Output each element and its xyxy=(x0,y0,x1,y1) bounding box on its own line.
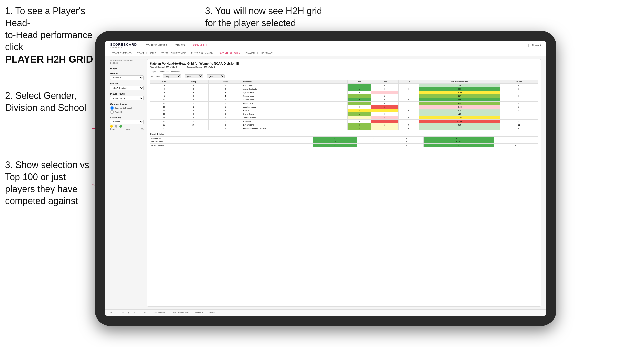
sub-nav-team-summary[interactable]: TEAM SUMMARY xyxy=(110,50,134,56)
toolbar-dot: · xyxy=(138,311,141,314)
cell-name: Sydney Kuo xyxy=(242,91,347,94)
nav-right: | Sign out xyxy=(528,44,541,47)
opponents-filter-row: Opponents: (All) (All) (All) xyxy=(150,74,538,78)
gender-select[interactable]: Women's Men's xyxy=(110,75,144,80)
col-diff: Diff Av Strokes/Rnd xyxy=(419,80,500,84)
colour-by-select[interactable]: Win/loss xyxy=(110,120,144,124)
opponents-played-radio[interactable] xyxy=(110,106,114,110)
cell-rounds: 4 xyxy=(500,84,538,87)
table-row: 6 3 3 Sydney Kuo 0 1 -1.00 xyxy=(150,91,538,94)
sign-out-link[interactable]: Sign out xyxy=(531,44,541,47)
nav-committee[interactable]: COMMITTEE xyxy=(192,43,211,48)
toolbar-timer[interactable]: ⏱ xyxy=(143,311,147,314)
opponent-select[interactable]: (All) xyxy=(207,74,225,78)
sub-nav-player-heatmap[interactable]: PLAYER H2H HEATMAP xyxy=(243,50,275,56)
nav-teams[interactable]: TEAMS xyxy=(174,43,186,48)
out-cell-name: Foreign Team xyxy=(150,137,313,140)
cell-tie xyxy=(399,105,419,109)
out-table-row: NCAA Division 2 5 0 0 7.400 10 xyxy=(150,144,538,147)
out-cell-loss: 0 xyxy=(357,140,390,144)
toolbar-view-original[interactable]: View: Original xyxy=(152,311,166,314)
logo-text: SCOREBOARD xyxy=(110,43,137,46)
opponents-select[interactable]: (All) xyxy=(163,74,181,78)
sub-nav-team-h2h-grid[interactable]: TEAM H2H GRID xyxy=(135,50,158,56)
cell-conf: 3 xyxy=(209,116,242,120)
toolbar-redo[interactable]: ↩ xyxy=(121,311,125,314)
player-rank-section: Player (Rank) 8. Katelyn Vo xyxy=(110,93,144,100)
cell-win: 0 xyxy=(347,105,371,109)
cell-rounds: 11 xyxy=(500,123,538,127)
cell-div: 9 xyxy=(150,94,178,98)
toolbar-divider-4 xyxy=(206,311,206,314)
col-reg: # Reg xyxy=(178,80,209,84)
logo-sub: Powered by clippd xyxy=(110,46,137,48)
division-select[interactable]: NCAA Division III NCAA Division I NCAA D… xyxy=(110,86,144,90)
logo-area: SCOREBOARD Powered by clippd xyxy=(110,43,137,48)
nav-bar: SCOREBOARD Powered by clippd TOURNAMENTS… xyxy=(105,41,546,50)
toolbar-save-custom[interactable]: Save Custom View xyxy=(170,311,190,314)
filter-row: Region Conference Opponent xyxy=(150,71,538,73)
cell-tie: 0 xyxy=(399,116,419,120)
cell-name: Esther Lee xyxy=(242,84,347,87)
table-row: 10 6 3 Andrea York 2 0 0 4.00 4 xyxy=(150,98,538,102)
overall-record: Overall Record: 353 - 34 - 6 xyxy=(150,66,177,69)
annotation-3-bottom: 3. Show selection vs Top 100 or just pla… xyxy=(5,159,92,207)
colour-by-label: Colour by xyxy=(110,116,144,119)
sub-nav-player-h2h-grid[interactable]: PLAYER H2H GRID xyxy=(216,50,242,56)
cell-div: 19 xyxy=(150,123,178,127)
cell-diff: 1.33 xyxy=(419,127,500,130)
annotation-2: 2. Select Gender, Division and School xyxy=(5,90,87,114)
cell-diff: 0.38 xyxy=(419,109,500,112)
cell-loss: 0 xyxy=(371,112,398,116)
toolbar: ↩ ↪ ↩ ⊞ ↺ · ⏱ View: Original Save Custom… xyxy=(105,309,546,316)
cell-loss: 2 xyxy=(371,116,398,120)
cell-win: 1 xyxy=(347,87,371,91)
cell-conf: 2 xyxy=(209,120,242,123)
cell-win: 1 xyxy=(347,102,371,105)
nav-tournaments[interactable]: TOURNAMENTS xyxy=(145,43,169,48)
grid-title: Katelyn Vo Head-to-Head Grid for Women's… xyxy=(150,62,538,65)
cell-conf: 6 xyxy=(209,123,242,127)
out-cell-diff: 7.400 xyxy=(424,144,494,147)
sub-nav-player-summary[interactable]: PLAYER SUMMARY xyxy=(189,50,215,56)
col-win: Win xyxy=(347,80,371,84)
toolbar-grid[interactable]: ⊞ xyxy=(127,311,130,314)
top-100-radio[interactable] xyxy=(110,110,114,114)
player-section: Player xyxy=(110,67,144,70)
toolbar-refresh[interactable]: ↺ xyxy=(133,311,136,314)
out-cell-tie: 0 xyxy=(390,144,423,147)
cell-reg: 7 xyxy=(178,109,209,112)
sub-nav-team-heatmap[interactable]: TEAM H2H HEATMAP xyxy=(159,50,188,56)
cell-tie xyxy=(399,112,419,116)
table-row: 14 7 4 Eunice Yi 2 2 0 0.38 9 xyxy=(150,109,538,112)
cell-diff: 3.67 xyxy=(419,94,500,98)
cell-tie: 0 xyxy=(399,127,419,130)
conference-select[interactable]: (All) xyxy=(185,74,203,78)
toolbar-watch[interactable]: Watch ▾ xyxy=(194,311,204,314)
legend-dot-level xyxy=(115,125,117,128)
cell-win: 0 xyxy=(347,91,371,94)
table-row: 5 2 2 Alexis Sudjianto 1 0 0 4.00 3 xyxy=(150,87,538,91)
cell-name: Euna Lee xyxy=(242,120,347,123)
opponents-played-option[interactable]: Opponents Played xyxy=(110,106,144,110)
cell-reg: 10 xyxy=(178,123,209,127)
cell-tie xyxy=(399,120,419,123)
cell-tie: 0 xyxy=(399,123,419,127)
cell-name: Heejo Hyun xyxy=(242,102,347,105)
player-rank-select[interactable]: 8. Katelyn Vo xyxy=(110,96,144,100)
cell-win: 1 xyxy=(347,84,371,87)
toolbar-undo2[interactable]: ↪ xyxy=(115,311,119,314)
cell-name: Andrea York xyxy=(242,98,347,102)
top-100-option[interactable]: Top 100 xyxy=(110,110,144,114)
last-updated: Last Updated: 27/03/2024 16:55:38 xyxy=(110,59,144,64)
toolbar-undo[interactable]: ↩ xyxy=(109,311,113,314)
cell-conf: 3 xyxy=(209,98,242,102)
cell-rounds: 3 xyxy=(500,102,538,105)
toolbar-share[interactable]: Share xyxy=(208,311,216,314)
cell-div: 18 xyxy=(150,120,178,123)
main-grid: Katelyn Vo Head-to-Head Grid for Women's… xyxy=(147,59,541,307)
out-cell-name: NCAA Division 2 xyxy=(150,144,313,147)
out-cell-diff: 9.267 xyxy=(424,140,494,144)
col-tie: Tie xyxy=(399,80,419,84)
cell-win: 2 xyxy=(347,127,371,130)
